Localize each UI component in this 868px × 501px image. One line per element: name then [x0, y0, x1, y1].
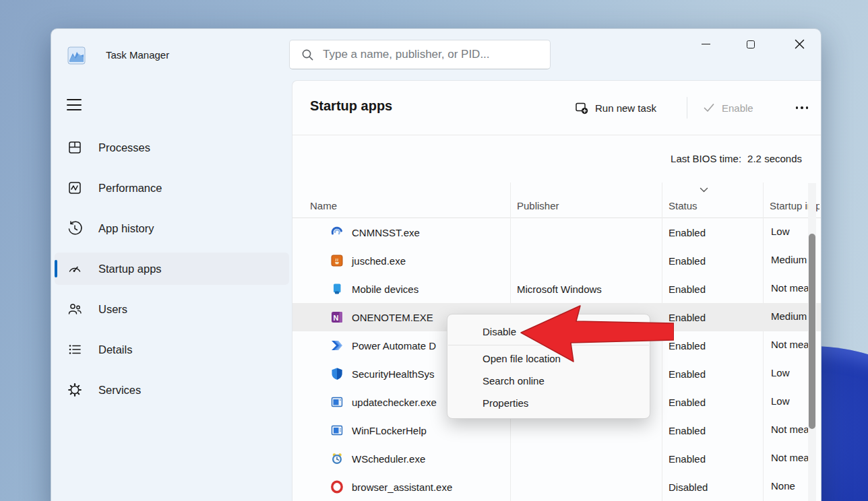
app-status: Enabled	[662, 312, 763, 323]
column-header-status[interactable]: Status	[669, 200, 698, 211]
svg-text:N: N	[334, 314, 339, 322]
app-window-icon	[330, 424, 344, 437]
app-name: ONENOTEM.EXE	[352, 312, 433, 323]
app-status: Enabled	[662, 283, 763, 295]
close-icon	[795, 39, 805, 49]
app-impact: Medium	[771, 254, 807, 265]
app-name: browser_assistant.exe	[352, 481, 452, 493]
context-menu-item-properties[interactable]: Properties	[447, 392, 650, 414]
processes-icon	[67, 139, 83, 156]
run-new-task-label: Run new task	[595, 102, 656, 114]
task-manager-window: Task Manager	[51, 28, 822, 501]
table-row[interactable]: browser_assistant.exe Disabled None	[292, 473, 821, 501]
sidebar-item-label: Startup apps	[98, 263, 162, 275]
last-bios-time: Last BIOS time:2.2 seconds	[671, 153, 802, 164]
red-arrow-annotation-icon	[467, 301, 674, 366]
table-row[interactable]: WinFLockerHelp Enabled Not measured	[292, 416, 821, 444]
table-row[interactable]: WScheduler.exe Enabled Not measured	[292, 444, 821, 473]
sidebar-item-label: Processes	[98, 141, 150, 154]
sidebar-item-users[interactable]: Users	[55, 293, 289, 325]
onenote-icon: N	[330, 310, 344, 324]
app-window-icon	[330, 395, 344, 409]
startup-apps-icon	[67, 261, 83, 277]
column-header-name[interactable]: Name	[310, 200, 337, 211]
sidebar-item-label: Users	[98, 303, 127, 316]
performance-icon	[67, 180, 83, 196]
java-icon	[330, 254, 344, 267]
task-manager-icon	[67, 46, 86, 65]
page-title: Startup apps	[310, 98, 392, 114]
more-options-button[interactable]	[788, 96, 815, 120]
app-publisher: Microsoft Windows	[510, 283, 662, 295]
scrollbar-thumb[interactable]	[809, 234, 815, 429]
window-title: Task Manager	[106, 49, 169, 61]
close-button[interactable]	[784, 32, 815, 57]
app-name: jusched.exe	[352, 255, 406, 267]
app-impact: Medium	[771, 310, 807, 322]
sidebar-item-performance[interactable]: Performance	[55, 172, 289, 204]
details-icon	[67, 341, 83, 358]
search-box[interactable]	[289, 40, 551, 69]
app-name: WScheduler.exe	[352, 453, 425, 465]
vertical-scrollbar[interactable]	[808, 183, 816, 501]
app-name: Mobile devices	[352, 283, 418, 295]
toolbar-divider	[687, 97, 687, 119]
app-history-icon	[67, 220, 83, 236]
new-task-icon	[575, 101, 588, 114]
swirl-icon	[330, 226, 344, 239]
app-status: Disabled	[662, 481, 763, 493]
run-new-task-button[interactable]: Run new task	[571, 96, 660, 120]
sidebar-item-services[interactable]: Services	[55, 374, 289, 406]
sidebar-item-startup-apps[interactable]: Startup apps	[55, 253, 289, 285]
minimize-icon	[702, 44, 710, 44]
sidebar-item-label: Services	[98, 384, 141, 397]
opera-ring-icon	[330, 480, 344, 494]
sidebar-item-app-history[interactable]: App history	[55, 212, 289, 244]
column-header-publisher[interactable]: Publisher	[517, 200, 559, 211]
context-menu-item-search-online[interactable]: Search online	[447, 370, 650, 392]
sidebar-item-processes[interactable]: Processes	[55, 131, 289, 164]
table-row[interactable]: CNMNSST.exe Enabled Low	[292, 218, 821, 246]
startup-apps-panel: Startup apps Run new task Enable	[292, 80, 821, 501]
services-icon	[67, 382, 83, 398]
sort-chevron-down-icon	[700, 187, 708, 193]
menu-toggle-button[interactable]	[67, 99, 82, 110]
enable-label: Enable	[722, 102, 753, 114]
app-name: CNMNSST.exe	[352, 227, 420, 238]
selected-indicator	[55, 260, 57, 277]
mobile-device-icon	[330, 282, 344, 296]
ellipsis-icon	[796, 106, 799, 109]
app-impact: Low	[771, 226, 790, 237]
table-row[interactable]: Mobile devices Microsoft Windows Enabled…	[292, 275, 821, 303]
app-status: Enabled	[662, 227, 763, 238]
last-bios-value: 2.2 seconds	[747, 153, 802, 164]
check-icon	[703, 102, 715, 114]
users-icon	[67, 301, 83, 317]
app-status: Enabled	[662, 397, 763, 408]
desktop: Task Manager	[0, 0, 868, 501]
app-name: Power Automate D	[352, 340, 436, 352]
enable-button[interactable]: Enable	[699, 96, 757, 120]
app-name: SecurityHealthSys	[352, 368, 435, 380]
table-header: Name Publisher Status Startup impact	[292, 182, 821, 218]
app-impact: Not measured	[771, 282, 808, 294]
search-icon	[301, 48, 314, 61]
sidebar-item-label: App history	[98, 222, 154, 235]
app-impact: Low	[771, 395, 790, 407]
app-name: WinFLockerHelp	[352, 425, 427, 436]
scheduler-clock-icon	[330, 452, 344, 465]
security-shield-icon	[330, 367, 344, 380]
maximize-icon	[747, 40, 755, 48]
app-impact: Not measured	[771, 424, 808, 435]
search-input[interactable]	[323, 48, 550, 61]
sidebar-item-details[interactable]: Details	[55, 333, 289, 366]
maximize-button[interactable]	[735, 32, 766, 57]
app-status: Enabled	[662, 340, 763, 352]
app-impact: Not measured	[771, 339, 808, 350]
minimize-button[interactable]	[690, 32, 721, 57]
app-impact: Not measured	[771, 452, 808, 463]
table-row[interactable]: jusched.exe Enabled Medium	[292, 246, 821, 275]
app-impact: Low	[771, 367, 790, 378]
sidebar-item-label: Details	[98, 343, 132, 356]
sidebar-item-label: Performance	[98, 182, 162, 195]
